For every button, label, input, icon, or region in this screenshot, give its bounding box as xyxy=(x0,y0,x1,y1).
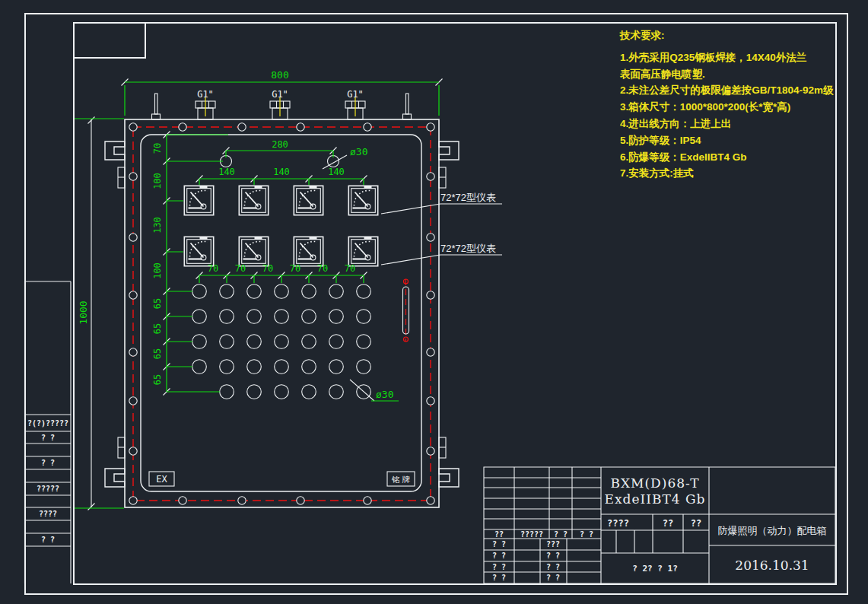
button-hole xyxy=(247,385,262,399)
titleblock-cell: ???? xyxy=(607,518,629,529)
bolt-hole xyxy=(427,348,434,356)
button-hole xyxy=(247,360,262,374)
nameplate-label: 铭 牌 xyxy=(391,475,410,484)
button-hole xyxy=(192,285,207,299)
tech-line: 7.安装方式:挂式 xyxy=(620,167,841,183)
button-hole xyxy=(329,310,344,324)
tech-title: 技术要求: xyxy=(620,29,841,46)
tech-line: 1.外壳采用Q235钢板焊接，14X40外法兰 xyxy=(620,51,841,68)
sidebar-row-label: ? ? xyxy=(41,459,55,467)
meter-type-label-1: 72*72型仪表 xyxy=(440,192,496,203)
mounting-ear-bottom-left xyxy=(105,469,125,487)
button-hole xyxy=(192,310,207,324)
meter-callout-1 xyxy=(381,204,502,214)
titleblock-header-cell: ????? xyxy=(520,530,543,539)
cable-gland-1: G1" xyxy=(196,89,215,119)
product-name: 防爆照明（动力）配电箱 xyxy=(718,525,827,536)
drawing-date: 2016.10.31 xyxy=(735,558,809,573)
tech-line: 4.进出线方向：上进上出 xyxy=(620,117,841,134)
dim-height: 1000 xyxy=(78,300,89,324)
button-hole xyxy=(192,360,207,374)
dim-meter-pitch: 140 xyxy=(218,167,235,177)
bolt-hole xyxy=(427,397,434,405)
dim-button-pitch: 70 xyxy=(290,263,300,274)
titleblock-row-cell: ??? xyxy=(546,540,560,548)
titleblock-row-cell: ? ? xyxy=(492,563,506,571)
button-hole xyxy=(275,310,289,324)
enclosure-outline xyxy=(125,119,439,507)
dim-chain-70: 70 xyxy=(152,143,163,154)
meter-row-1 xyxy=(184,186,377,215)
dim-chain-100: 100 xyxy=(152,173,163,189)
dim-chain-65: 65 xyxy=(152,298,163,309)
button-hole xyxy=(302,285,316,299)
gland-label: G1" xyxy=(272,89,288,100)
titleblock-header-cell: ?? xyxy=(494,530,504,539)
top-bolt-right xyxy=(403,94,412,119)
dim-button-pitch: 70 xyxy=(317,263,328,274)
bolt-centerline xyxy=(133,127,431,501)
dim-chain-65: 65 xyxy=(152,323,163,334)
tech-line: 2.未注公差尺寸的极限偏差按GB/T1804-92m级 xyxy=(620,84,841,100)
bolt-hole xyxy=(179,123,186,131)
dim-meter-pitch: 140 xyxy=(273,167,290,177)
dim-hole-dia-top: ø30 xyxy=(350,146,367,157)
button-hole xyxy=(220,335,234,349)
button-hole xyxy=(329,285,344,299)
titleblock-row-cell: ? ? xyxy=(546,552,560,560)
cable-gland-2: G1" xyxy=(270,89,290,119)
titleblock-row-cell: ? ? xyxy=(492,574,506,582)
bolt-hole xyxy=(129,123,137,131)
sidebar-row-label: ????? xyxy=(37,485,59,493)
button-hole xyxy=(192,335,207,349)
bolt-hole xyxy=(427,497,434,504)
bolt-hole xyxy=(427,447,434,455)
bolt-hole xyxy=(297,123,304,131)
button-hole xyxy=(275,360,289,374)
button-hole xyxy=(329,385,344,399)
sidebar-row-label: ???? xyxy=(39,510,57,518)
bolt-hole xyxy=(427,234,434,241)
dim-hole-dia-bottom: ø30 xyxy=(376,389,393,400)
bolt-hole xyxy=(427,123,434,131)
top-bolt-left xyxy=(152,94,161,119)
mounting-ear-top-right xyxy=(439,141,459,160)
titleblock-row-cell: ? ? xyxy=(546,574,560,582)
title-block: BXM(D)68-T ExdeIIBT4 Gb ???? ?? ?? ? 2? … xyxy=(484,467,835,583)
titleblock-cell: ?? xyxy=(691,518,701,529)
dim-width: 800 xyxy=(271,69,288,81)
bolt-hole xyxy=(179,497,186,504)
bolt-hole xyxy=(129,291,137,299)
bolt-hole xyxy=(238,497,246,504)
sidebar-row-label: ? ? xyxy=(41,434,55,442)
dim-chain-65: 65 xyxy=(152,348,163,359)
ex-rating: ExdeIIBT4 Gb xyxy=(605,491,706,507)
button-hole xyxy=(302,335,316,349)
titleblock-scale-cell: ? 2? ? 1? xyxy=(632,564,678,574)
button-hole xyxy=(275,385,289,399)
ex-label: EX xyxy=(156,474,167,485)
bolt-hole xyxy=(129,348,137,356)
bolt-hole xyxy=(129,397,137,405)
sidebar-row-label: ? ? xyxy=(41,536,55,544)
titleblock-row-cell: ? ? xyxy=(492,540,506,548)
bolt-hole xyxy=(427,291,434,299)
bolt-hole xyxy=(129,234,137,241)
bolt-hole xyxy=(364,123,371,131)
bolt-hole xyxy=(129,173,137,180)
cable-gland-3: G1" xyxy=(345,89,365,119)
button-hole xyxy=(275,335,289,349)
titleblock-cell: ?? xyxy=(663,518,673,529)
mounting-ear-bottom-right xyxy=(439,469,459,487)
bolt-hole xyxy=(364,497,371,504)
button-hole xyxy=(357,285,371,299)
tech-line: 5.防护等级：IP54 xyxy=(620,134,841,151)
titleblock-header-cell: ? ? xyxy=(580,530,593,539)
button-hole xyxy=(357,310,371,324)
meter-type-label-2: 72*72型仪表 xyxy=(440,243,496,254)
technical-requirements: 技术要求: 1.外壳采用Q235钢板焊接，14X40外法兰 表面高压静电喷塑. … xyxy=(620,29,841,183)
button-hole xyxy=(329,335,344,349)
mounting-ear-top-left xyxy=(105,141,125,160)
dim-chain-100: 100 xyxy=(152,262,163,279)
door-handle-slot xyxy=(403,279,409,342)
